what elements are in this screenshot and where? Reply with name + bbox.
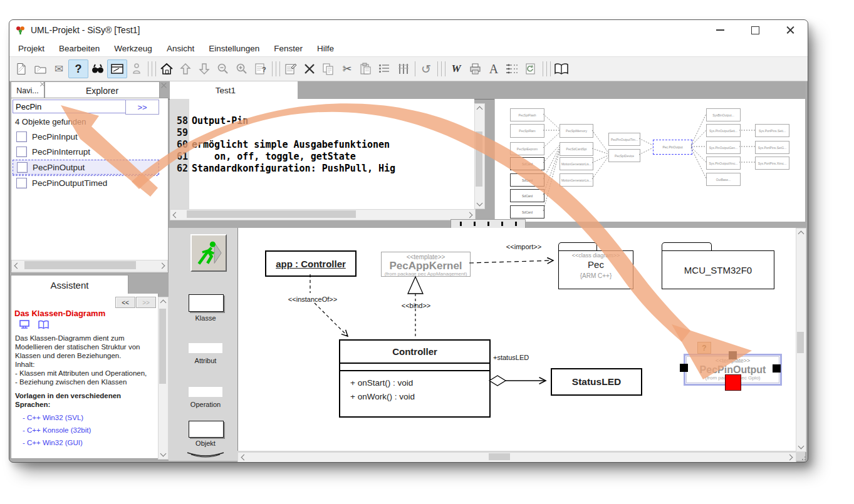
- attribute-table-icon[interactable]: [394, 60, 413, 78]
- overview-node[interactable]: PecSpiFlash: [510, 108, 544, 121]
- tab-test1[interactable]: Test1: [170, 81, 281, 99]
- palette-attribut-shape[interactable]: [189, 343, 222, 353]
- handbook-icon[interactable]: [552, 60, 571, 78]
- palette-klasse-shape[interactable]: [189, 294, 224, 312]
- scroll-thumb[interactable]: [187, 210, 356, 218]
- overview-node[interactable]: MotionGeneratorLis...: [560, 173, 593, 187]
- print-icon[interactable]: [466, 60, 484, 78]
- window-layout-icon[interactable]: [107, 59, 127, 78]
- scroll-thumb[interactable]: [24, 261, 136, 269]
- scroll-down-icon[interactable]: [477, 200, 483, 207]
- zoom-in-icon[interactable]: [232, 60, 251, 78]
- scroll-left-icon[interactable]: [14, 263, 21, 269]
- menu-item-bearbeiten[interactable]: Bearbeiten: [59, 44, 100, 53]
- selection-handle-left[interactable]: [680, 364, 688, 372]
- undo-icon[interactable]: ↺: [417, 60, 435, 78]
- run-button[interactable]: [190, 234, 227, 272]
- uml-template-pecappkernel[interactable]: <<template>> PecAppKernel (from package …: [381, 252, 471, 277]
- copy-icon[interactable]: [319, 60, 338, 78]
- uml-object-app-controller[interactable]: app : Controller: [265, 250, 357, 277]
- quick-help-button[interactable]: ?: [697, 342, 711, 354]
- minimize-button[interactable]: [702, 20, 737, 40]
- checkbox[interactable]: [16, 131, 27, 142]
- palette-operation-shape[interactable]: [189, 387, 222, 397]
- list-item-pecpininput[interactable]: PecPinInput: [13, 130, 158, 143]
- menu-item-einstellungen[interactable]: Einstellungen: [209, 44, 259, 53]
- menu-item-ansicht[interactable]: Ansicht: [167, 44, 194, 53]
- overview-node[interactable]: PecSpiEeprom: [510, 142, 544, 155]
- uml-package-mcu[interactable]: MCU_STM32F0: [662, 250, 774, 289]
- search-binoculars-icon[interactable]: [88, 60, 107, 78]
- maximize-button[interactable]: [737, 20, 773, 40]
- overview-node[interactable]: PecPinOutputTim...: [608, 133, 640, 146]
- assistent-forward-button[interactable]: >>: [136, 297, 156, 308]
- overview-node[interactable]: MotionGeneratorLis...: [560, 157, 593, 170]
- scroll-up-icon[interactable]: [477, 106, 483, 113]
- overview-node[interactable]: SdCard: [510, 157, 544, 170]
- screencast-icon[interactable]: [19, 320, 30, 329]
- list-item-pecpinoutput[interactable]: PecPinOutput: [13, 160, 159, 175]
- report-question-icon[interactable]: ?: [251, 60, 270, 78]
- selection-handle-bottom-red[interactable]: [725, 374, 741, 391]
- overview-node[interactable]: SdCard: [510, 173, 544, 187]
- scroll-right-icon[interactable]: [159, 263, 165, 269]
- menu-item-werkzeug[interactable]: Werkzeug: [114, 44, 152, 53]
- link-cpp-win32-gui[interactable]: - C++ Win32 (GUI): [23, 439, 149, 446]
- navigate-up-icon[interactable]: [176, 60, 195, 78]
- manual-book-icon[interactable]: [38, 320, 49, 329]
- font-icon[interactable]: A: [484, 60, 503, 78]
- user-icon[interactable]: [127, 60, 146, 78]
- menu-item-hilfe[interactable]: Hilfe: [317, 44, 334, 53]
- menu-item-fenster[interactable]: Fenster: [274, 44, 303, 53]
- resize-grip[interactable]: [800, 455, 806, 461]
- editor-hscrollbar[interactable]: [170, 209, 476, 220]
- menu-item-projekt[interactable]: Projekt: [18, 44, 44, 53]
- operation-onwork[interactable]: + onWork() : void: [350, 390, 489, 404]
- selection-handle-top[interactable]: [729, 351, 737, 359]
- scroll-thumb[interactable]: [797, 332, 804, 353]
- scroll-thumb[interactable]: [476, 131, 482, 187]
- delete-icon[interactable]: [300, 60, 319, 78]
- tab-assistent[interactable]: Assistent: [11, 275, 128, 294]
- close-button[interactable]: [773, 20, 808, 40]
- scroll-up-icon[interactable]: [160, 300, 167, 306]
- link-cpp-win32-svl[interactable]: - C++ Win32 (SVL): [23, 414, 149, 421]
- palette-more-shape[interactable]: [186, 451, 225, 460]
- scroll-right-icon[interactable]: [467, 212, 473, 219]
- diagram-vscrollbar[interactable]: [796, 228, 806, 452]
- dependency-overview[interactable]: PecSpiFlash PecSpiRam PecSpiEeprom SdCar…: [494, 99, 805, 222]
- uml-package-pec[interactable]: <<class diagram>> Pec {ARM C++}: [558, 250, 633, 289]
- operation-onstart[interactable]: + onStart() : void: [350, 376, 489, 390]
- properties-icon[interactable]: [281, 60, 300, 78]
- overview-node[interactable]: Sys.PinOutputXmc...: [706, 157, 741, 170]
- navigate-down-icon[interactable]: [195, 60, 214, 78]
- overview-node-selected[interactable]: Pec.PinOutput: [653, 140, 692, 155]
- overview-node[interactable]: SdCard: [510, 205, 544, 219]
- uml-class-statusled[interactable]: StatusLED: [551, 368, 642, 396]
- overview-node[interactable]: PecSdCardSpi: [560, 142, 593, 156]
- structure-list-icon[interactable]: [375, 60, 394, 78]
- overview-node[interactable]: Sys.PortPins.Sett...: [755, 124, 789, 137]
- refresh-document-icon[interactable]: [522, 60, 541, 78]
- tab-explorer[interactable]: Explorer: [44, 81, 160, 99]
- overview-node[interactable]: Sys.PinOutputSett...: [706, 124, 741, 137]
- scroll-thumb[interactable]: [489, 453, 510, 460]
- overview-node[interactable]: SdCard: [510, 189, 544, 202]
- overview-node[interactable]: PecSpiDevice: [608, 149, 640, 162]
- link-cpp-konsole[interactable]: - C++ Konsole (32bit): [23, 426, 149, 434]
- overview-scrollbar[interactable]: [450, 219, 526, 229]
- word-export-icon[interactable]: W: [447, 60, 466, 78]
- overview-node[interactable]: PecSpiRam: [510, 124, 544, 138]
- list-item-pecpininterrupt[interactable]: PecPinInterrupt: [13, 145, 158, 158]
- search-input[interactable]: [13, 100, 129, 113]
- checkbox[interactable]: [16, 178, 27, 188]
- overview-node[interactable]: Sys.PortPins.SetG...: [755, 141, 789, 154]
- selection-handle-right[interactable]: [773, 364, 781, 373]
- new-document-icon[interactable]: [12, 60, 31, 78]
- overview-node[interactable]: Sys.PinOutputGen...: [706, 141, 741, 154]
- palette-objekt-shape[interactable]: [189, 421, 224, 438]
- search-button[interactable]: >>: [125, 100, 159, 115]
- list-item-pecpinoutputtimed[interactable]: PecPinOutputTimed: [13, 175, 158, 190]
- checkbox[interactable]: [16, 147, 27, 157]
- explorer-hscrollbar[interactable]: [11, 260, 168, 272]
